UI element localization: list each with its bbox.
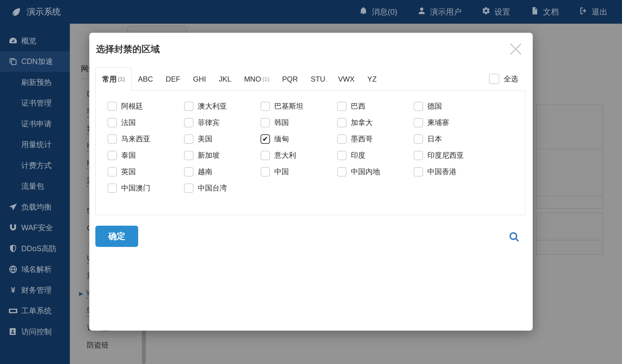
brand[interactable]: 演示系统: [0, 6, 61, 18]
region-checkbox[interactable]: [184, 134, 193, 144]
region-item[interactable]: 英国: [108, 167, 184, 177]
region-checkbox[interactable]: [108, 118, 117, 127]
tab[interactable]: DEF: [159, 67, 187, 91]
region-item[interactable]: 马来西亚: [108, 134, 184, 144]
sidebar-item-label: 计费方式: [21, 160, 52, 170]
region-item[interactable]: 韩国: [261, 118, 337, 127]
region-label: 德国: [427, 101, 442, 111]
region-checkbox[interactable]: [184, 151, 193, 160]
region-item[interactable]: 中国香港: [414, 167, 490, 177]
region-item[interactable]: 印度尼西亚: [414, 150, 490, 160]
region-checkbox[interactable]: [414, 134, 423, 144]
sidebar-item[interactable]: 工单系统: [0, 301, 70, 322]
nav-item[interactable]: 文档: [530, 6, 559, 17]
region-checkbox[interactable]: [108, 184, 117, 193]
region-checkbox[interactable]: [337, 118, 347, 127]
region-item[interactable]: 中国澳门: [108, 183, 184, 193]
region-label: 柬埔寨: [427, 118, 449, 127]
search-icon[interactable]: [508, 231, 521, 243]
region-item[interactable]: 法国: [108, 118, 184, 127]
region-item[interactable]: 菲律宾: [184, 118, 261, 127]
tab[interactable]: 常用 (1): [95, 67, 132, 91]
nav-item[interactable]: 消息(0): [359, 6, 397, 17]
region-item[interactable]: 阿根廷: [108, 101, 184, 111]
sidebar-item[interactable]: 计费方式: [0, 155, 70, 176]
sidebar-item[interactable]: 证书管理: [0, 93, 70, 114]
region-item[interactable]: 澳大利亚: [184, 101, 261, 111]
sidebar-item[interactable]: WAF安全: [0, 217, 70, 238]
region-checkbox[interactable]: [184, 167, 193, 177]
region-checkbox[interactable]: [184, 184, 193, 193]
sidebar-item[interactable]: 负载均衡: [0, 197, 70, 217]
sidebar-item[interactable]: 域名解析: [0, 259, 70, 280]
region-checkbox[interactable]: [108, 102, 117, 111]
select-all-checkbox[interactable]: [489, 74, 499, 84]
region-item[interactable]: 印度: [337, 150, 414, 160]
region-item[interactable]: ✔ 缅甸: [261, 134, 337, 144]
region-checkbox[interactable]: [108, 134, 117, 144]
sidebar-item[interactable]: DDoS高防: [0, 238, 70, 259]
region-checkbox[interactable]: [337, 134, 347, 144]
region-checkbox[interactable]: [261, 102, 270, 111]
region-checkbox[interactable]: [414, 151, 423, 160]
confirm-button[interactable]: 确定: [95, 226, 138, 247]
region-checkbox[interactable]: [184, 102, 193, 111]
region-checkbox[interactable]: [414, 102, 423, 111]
region-checkbox[interactable]: [337, 102, 347, 111]
nav-item[interactable]: 演示用户: [417, 6, 462, 17]
region-item[interactable]: 中国: [261, 167, 337, 177]
region-checkbox[interactable]: [108, 151, 117, 160]
tab[interactable]: JKL: [212, 67, 238, 91]
region-label: 美国: [198, 134, 212, 144]
sidebar-item[interactable]: 刷新预热: [0, 72, 70, 93]
region-item[interactable]: 加拿大: [337, 118, 414, 127]
nav-item[interactable]: 退出: [579, 6, 607, 17]
tab[interactable]: GHI: [187, 67, 213, 91]
nav-item-label: 消息(0): [372, 7, 397, 17]
sidebar-item[interactable]: 证书申请: [0, 113, 70, 134]
tab[interactable]: STU: [304, 67, 332, 91]
tab[interactable]: MNO (1): [238, 67, 276, 91]
tab-label: MNO: [244, 75, 261, 83]
tab-label: GHI: [193, 75, 206, 83]
sidebar-item[interactable]: ¥ 财务管理: [0, 280, 70, 301]
region-item[interactable]: 巴基斯坦: [261, 101, 337, 111]
region-checkbox[interactable]: ✔: [261, 134, 270, 144]
region-item[interactable]: 日本: [414, 134, 490, 144]
region-item[interactable]: 德国: [414, 101, 490, 111]
region-label: 缅甸: [274, 134, 289, 144]
region-checkbox[interactable]: [184, 118, 193, 127]
region-checkbox[interactable]: [414, 118, 423, 127]
region-checkbox[interactable]: [261, 167, 270, 177]
tab[interactable]: ABC: [132, 67, 159, 91]
select-all[interactable]: 全选: [489, 74, 518, 84]
close-icon[interactable]: [507, 40, 525, 58]
nav-item[interactable]: 设置: [482, 6, 510, 17]
sidebar-item[interactable]: 流量包: [0, 176, 70, 197]
region-item[interactable]: 柬埔寨: [414, 118, 490, 127]
region-item[interactable]: 越南: [184, 167, 261, 177]
region-item[interactable]: 中国台湾: [184, 183, 261, 193]
sidebar-item[interactable]: 访问控制: [0, 321, 70, 342]
region-item[interactable]: 泰国: [108, 150, 184, 160]
sidebar-item[interactable]: 概览: [0, 30, 70, 51]
region-item[interactable]: 巴西: [337, 101, 414, 111]
region-checkbox[interactable]: [261, 151, 270, 160]
region-item[interactable]: 中国内地: [337, 167, 414, 177]
region-checkbox[interactable]: [108, 167, 117, 177]
sidebar-item[interactable]: 用量统计: [0, 134, 70, 155]
region-item[interactable]: 墨西哥: [337, 134, 414, 144]
sidebar-item[interactable]: CDN加速: [0, 51, 70, 72]
region-label: 韩国: [274, 118, 289, 127]
navbar-menu: 消息(0) 演示用户 设置 文档 退出: [359, 6, 622, 17]
tab[interactable]: PQR: [276, 67, 304, 91]
tab[interactable]: VWX: [332, 67, 361, 91]
region-checkbox[interactable]: [261, 118, 270, 127]
region-item[interactable]: 美国: [184, 134, 261, 144]
region-checkbox[interactable]: [337, 151, 347, 160]
region-checkbox[interactable]: [414, 167, 423, 177]
region-item[interactable]: 新加坡: [184, 150, 261, 160]
tab[interactable]: YZ: [361, 67, 383, 91]
region-checkbox[interactable]: [337, 167, 347, 177]
region-item[interactable]: 意大利: [261, 150, 337, 160]
